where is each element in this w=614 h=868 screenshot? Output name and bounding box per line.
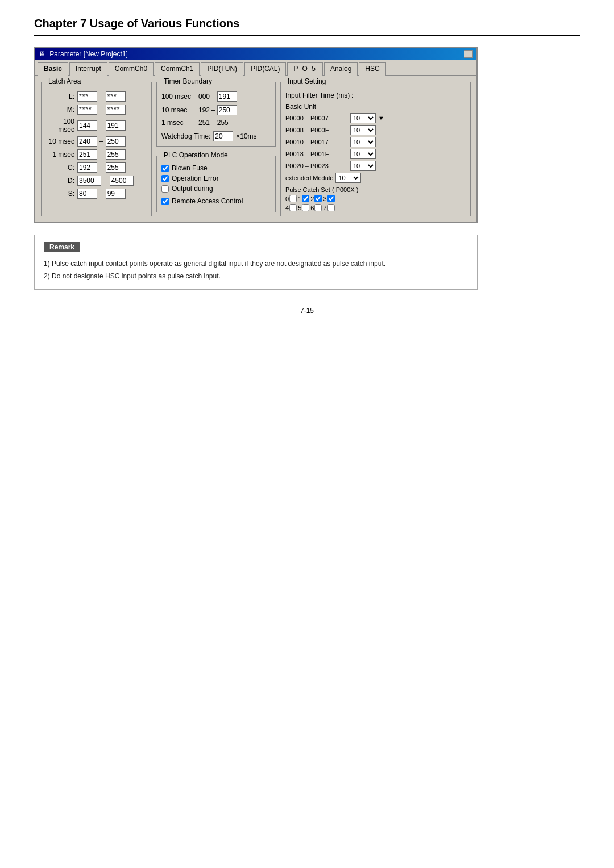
latch-S-to[interactable] bbox=[106, 189, 126, 199]
operation-error-checkbox[interactable] bbox=[161, 175, 169, 182]
latch-label-D: D: bbox=[46, 177, 77, 185]
latch-C-from[interactable] bbox=[77, 162, 97, 173]
latch-L-to[interactable] bbox=[106, 91, 126, 102]
latch-1msec-to[interactable] bbox=[106, 149, 126, 160]
latch-S-from[interactable] bbox=[77, 189, 97, 199]
minimize-button[interactable]: _ bbox=[464, 50, 473, 58]
latch-label-10msec: 10 msec bbox=[46, 137, 77, 145]
timer-100msec-row: 100 msec 000 – bbox=[161, 91, 271, 102]
timer-1msec-label: 1 msec bbox=[161, 119, 198, 127]
timer-boundary-title: Timer Boundary bbox=[161, 77, 214, 85]
bit-4-checkbox[interactable] bbox=[289, 204, 297, 211]
bit-1-checkbox[interactable] bbox=[302, 195, 309, 202]
pu-row-3: P0018 – P001F 10 bbox=[285, 149, 466, 159]
bit-3: 3 bbox=[323, 195, 334, 202]
basic-unit-label: Basic Unit bbox=[285, 103, 466, 111]
watchdog-label: Watchdog Time: bbox=[161, 132, 210, 140]
latch-100msec-from[interactable] bbox=[77, 120, 97, 131]
tab-hsc[interactable]: HSC bbox=[359, 62, 385, 76]
output-during-label: Output during bbox=[172, 185, 213, 193]
latch-label-1msec: 1 msec bbox=[46, 151, 77, 158]
bit-7: 7 bbox=[323, 204, 334, 211]
latch-10msec-from[interactable] bbox=[77, 136, 97, 147]
window-title: 🖥 Parameter [New Project1] bbox=[39, 50, 128, 58]
bit-2-checkbox[interactable] bbox=[314, 195, 322, 202]
tab-commch1[interactable]: CommCh1 bbox=[155, 62, 200, 76]
pu-row-0: P0000 – P0007 10 ▼ bbox=[285, 113, 466, 123]
latch-C-to[interactable] bbox=[106, 162, 126, 173]
tab-interrupt[interactable]: Interrupt bbox=[69, 62, 107, 76]
ext-module-select[interactable]: 10 bbox=[335, 173, 361, 183]
latch-label-M: M: bbox=[46, 106, 77, 114]
pu-range-3: P0018 – P001F bbox=[285, 151, 348, 157]
bit-0-checkbox[interactable] bbox=[289, 195, 297, 202]
pu-select-1[interactable]: 10 bbox=[350, 125, 376, 135]
chapter-header: Chapter 7 Usage of Various Functions bbox=[34, 17, 580, 36]
latch-M-from[interactable] bbox=[77, 105, 97, 115]
latch-10msec-to[interactable] bbox=[106, 136, 126, 147]
bit-5: 5 bbox=[298, 204, 309, 211]
tab-pidcal[interactable]: PID(CAL) bbox=[244, 62, 286, 76]
pu-range-1: P0008 – P000F bbox=[285, 127, 348, 133]
bit-7-checkbox[interactable] bbox=[327, 204, 335, 211]
bit-5-checkbox[interactable] bbox=[302, 204, 309, 211]
pu-select-0[interactable]: 10 bbox=[350, 113, 376, 123]
remote-access-checkbox[interactable] bbox=[161, 198, 169, 205]
pu-select-3[interactable]: 10 bbox=[350, 149, 376, 159]
operation-error-row: Operation Error bbox=[161, 174, 271, 182]
bit-1: 1 bbox=[298, 195, 309, 202]
bit-6-checkbox[interactable] bbox=[314, 204, 322, 211]
latch-area-title: Latch Area bbox=[46, 77, 83, 85]
latch-row-C: C: – bbox=[46, 162, 147, 173]
latch-row-10msec: 10 msec – bbox=[46, 136, 147, 147]
latch-label-L: L: bbox=[46, 93, 77, 101]
input-filter-label: Input Filter Time (ms) : bbox=[285, 91, 354, 99]
input-setting-panel: Input Setting Input Filter Time (ms) : B… bbox=[280, 82, 471, 216]
timer-1msec-row: 1 msec 251 – 255 bbox=[161, 119, 271, 127]
timer-100msec-start: 000 bbox=[198, 93, 210, 101]
latch-M-to[interactable] bbox=[106, 105, 126, 115]
output-during-checkbox[interactable] bbox=[161, 185, 169, 193]
bit-6: 6 bbox=[310, 204, 322, 211]
parameter-window: 🖥 Parameter [New Project1] _ Basic Inter… bbox=[34, 47, 478, 223]
window-content: Latch Area L: – M: – 100 msec – bbox=[35, 76, 476, 222]
latch-row-D: D: – bbox=[46, 176, 147, 186]
latch-label-100msec: 100 msec bbox=[46, 118, 77, 133]
tab-basic[interactable]: Basic bbox=[38, 62, 68, 76]
pu-range-4: P0020 – P0023 bbox=[285, 162, 348, 169]
bit-4: 4 bbox=[285, 204, 297, 211]
watchdog-value[interactable] bbox=[213, 131, 233, 141]
remark-header: Remark bbox=[44, 242, 80, 252]
bit-2: 2 bbox=[310, 195, 322, 202]
latch-row-L: L: – bbox=[46, 91, 147, 102]
plc-mode-title: PLC Operation Mode bbox=[161, 151, 230, 159]
pu-range-2: P0010 – P0017 bbox=[285, 139, 348, 145]
remark-box: Remark 1) Pulse catch input contact poin… bbox=[34, 235, 478, 290]
latch-1msec-from[interactable] bbox=[77, 149, 97, 160]
latch-label-S: S: bbox=[46, 190, 77, 198]
timer-100msec-end[interactable] bbox=[217, 91, 237, 102]
output-during-row: Output during bbox=[161, 185, 271, 193]
timer-10msec-row: 10 msec 192 – bbox=[161, 105, 271, 115]
pu-select-4[interactable]: 10 bbox=[350, 161, 376, 171]
ext-module-label: extended Module bbox=[285, 174, 333, 181]
blown-fuse-label: Blown Fuse bbox=[172, 164, 208, 172]
latch-D-to[interactable] bbox=[110, 176, 134, 186]
bit-3-checkbox[interactable] bbox=[327, 195, 335, 202]
latch-100msec-to[interactable] bbox=[106, 120, 126, 131]
tab-commch0[interactable]: CommCh0 bbox=[109, 62, 154, 76]
tab-pidtun[interactable]: PID(TUN) bbox=[201, 62, 243, 76]
remark-text: 1) Pulse catch input contact points oper… bbox=[44, 258, 468, 282]
tab-bar: Basic Interrupt CommCh0 CommCh1 PID(TUN)… bbox=[35, 60, 476, 76]
latch-D-from[interactable] bbox=[77, 176, 101, 186]
latch-area-panel: Latch Area L: – M: – 100 msec – bbox=[41, 82, 152, 216]
pulse-catch-row: Pulse Catch Set ( P000X ) bbox=[285, 186, 466, 193]
pu-select-2[interactable]: 10 bbox=[350, 137, 376, 147]
timer-10msec-end[interactable] bbox=[217, 105, 237, 115]
latch-L-from[interactable] bbox=[77, 91, 97, 102]
blown-fuse-checkbox[interactable] bbox=[161, 165, 169, 172]
page-number: 7-15 bbox=[34, 307, 580, 315]
pu-row-4: P0020 – P0023 10 bbox=[285, 161, 466, 171]
tab-analog[interactable]: Analog bbox=[324, 62, 358, 76]
tab-pos[interactable]: P O 5 bbox=[287, 62, 322, 76]
